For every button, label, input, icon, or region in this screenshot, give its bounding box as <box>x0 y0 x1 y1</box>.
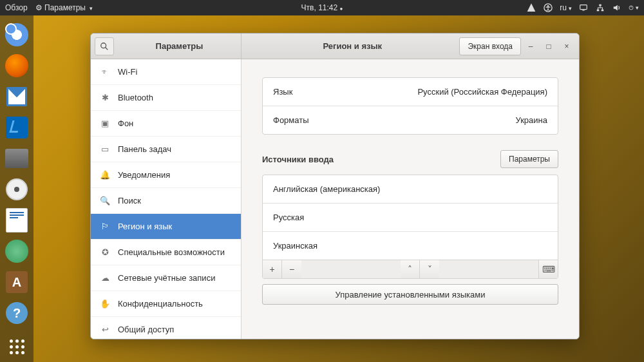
power-icon[interactable] <box>629 3 639 13</box>
add-input-source-button[interactable]: + <box>263 260 282 278</box>
language-row[interactable]: Язык Русский (Российская Федерация) <box>263 78 558 106</box>
svg-rect-3 <box>582 10 585 11</box>
svg-rect-5 <box>597 10 600 12</box>
wired-network-icon[interactable] <box>595 3 605 13</box>
svg-rect-6 <box>601 10 604 12</box>
input-sources-settings-button[interactable]: Параметры <box>500 150 558 168</box>
sidebar-item-privacy[interactable]: ✋Конфиденциальность <box>91 291 241 317</box>
sidebar-item-dock[interactable]: ▭Панель задач <box>91 137 241 162</box>
login-screen-button[interactable]: Экран входа <box>459 37 521 55</box>
hand-icon: ✋ <box>100 299 110 309</box>
app-menu[interactable]: ⚙ Параметры <box>35 3 93 12</box>
sidebar-item-wifi[interactable]: ᯤWi-Fi <box>91 59 241 85</box>
move-down-button[interactable]: ˅ <box>420 260 439 278</box>
network-icon[interactable] <box>526 3 536 13</box>
svg-line-10 <box>106 47 108 50</box>
search-button[interactable] <box>95 37 114 55</box>
move-up-button[interactable]: ˄ <box>401 260 420 278</box>
maximize-button[interactable]: □ <box>544 42 553 51</box>
dock-rhythmbox[interactable] <box>4 176 30 202</box>
input-source-row[interactable]: Русская <box>263 203 558 231</box>
gear-icon: ⚙ <box>35 3 43 12</box>
headerbar: Параметры Регион и язык Экран входа – □ … <box>91 33 579 59</box>
wifi-icon: ᯤ <box>100 67 110 77</box>
input-sources-list: Английская (американская) Русская Украин… <box>262 175 558 260</box>
dock-chromium[interactable] <box>4 22 30 48</box>
accessibility-icon: ✪ <box>100 247 110 257</box>
cloud-icon: ☁ <box>100 273 110 283</box>
sidebar-item-sharing[interactable]: ↩Общий доступ <box>91 317 241 339</box>
svg-rect-4 <box>599 5 601 6</box>
clock[interactable]: Чтв, 11:42 ● <box>301 3 343 12</box>
sidebar-item-bluetooth[interactable]: ✱Bluetooth <box>91 85 241 111</box>
input-sources-title: Источники ввода <box>262 155 334 164</box>
formats-row[interactable]: Форматы Украина <box>263 106 558 134</box>
search-icon: 🔍 <box>100 196 110 205</box>
top-bar: Обзор ⚙ Параметры Чтв, 11:42 ● ru <box>0 0 644 15</box>
dock: A ? <box>0 15 33 362</box>
manage-languages-button[interactable]: Управление установленными языками <box>262 284 558 305</box>
sidebar-item-region[interactable]: 🏳Регион и язык <box>91 214 241 240</box>
screen-icon[interactable] <box>578 3 589 13</box>
volume-icon[interactable] <box>612 3 622 13</box>
keyboard-layout-button[interactable]: ⌨ <box>538 260 558 278</box>
accessibility-icon[interactable] <box>543 3 553 13</box>
background-icon: ▣ <box>100 119 110 128</box>
dock-thunderbird[interactable] <box>4 84 30 110</box>
dock-vscode[interactable] <box>4 115 30 140</box>
dock-files[interactable] <box>4 146 30 171</box>
language-label: Язык <box>273 87 292 97</box>
share-icon: ↩ <box>100 325 110 334</box>
close-button[interactable]: × <box>562 42 571 51</box>
minimize-button[interactable]: – <box>526 42 535 51</box>
dock-firefox[interactable] <box>4 53 30 79</box>
sidebar-item-search[interactable]: 🔍Поиск <box>91 188 241 214</box>
formats-label: Форматы <box>273 115 309 125</box>
input-source-row[interactable]: Украинская <box>263 231 558 260</box>
language-value: Русский (Российская Федерация) <box>417 87 547 97</box>
show-applications[interactable] <box>10 339 24 354</box>
search-icon <box>100 42 109 51</box>
sidebar-item-notifications[interactable]: 🔔Уведомления <box>91 162 241 188</box>
sidebar-item-background[interactable]: ▣Фон <box>91 111 241 137</box>
formats-value: Украина <box>516 115 548 125</box>
dock-help[interactable]: ? <box>4 300 30 326</box>
region-icon: 🏳 <box>100 222 110 231</box>
region-settings-list: Язык Русский (Российская Федерация) Форм… <box>262 77 558 135</box>
input-sources-toolbar: + − ˄ ˅ ⌨ <box>262 260 558 279</box>
svg-point-1 <box>547 5 549 7</box>
bluetooth-icon: ✱ <box>100 93 110 102</box>
page-title: Регион и язык <box>245 41 459 51</box>
remove-input-source-button[interactable]: − <box>282 260 301 278</box>
input-source-row[interactable]: Английская (американская) <box>263 175 558 203</box>
input-source-indicator[interactable]: ru <box>560 3 572 12</box>
sidebar-title: Параметры <box>118 41 241 51</box>
activities-button[interactable]: Обзор <box>5 3 28 12</box>
app-menu-label: Параметры <box>44 3 86 12</box>
bell-icon: 🔔 <box>100 170 110 180</box>
settings-sidebar: ᯤWi-Fi ✱Bluetooth ▣Фон ▭Панель задач 🔔Ув… <box>91 59 242 339</box>
dock-writer[interactable] <box>4 207 30 233</box>
content-area: Язык Русский (Российская Федерация) Форм… <box>242 59 579 339</box>
sidebar-item-online-accounts[interactable]: ☁Сетевые учётные записи <box>91 265 241 291</box>
sidebar-item-accessibility[interactable]: ✪Специальные возможности <box>91 240 241 265</box>
dock-icon: ▭ <box>100 144 110 154</box>
dock-atom[interactable] <box>4 238 30 264</box>
settings-window: Параметры Регион и язык Экран входа – □ … <box>90 33 580 339</box>
svg-point-9 <box>101 43 106 48</box>
dock-software[interactable]: A <box>4 269 30 295</box>
svg-rect-2 <box>580 5 587 10</box>
